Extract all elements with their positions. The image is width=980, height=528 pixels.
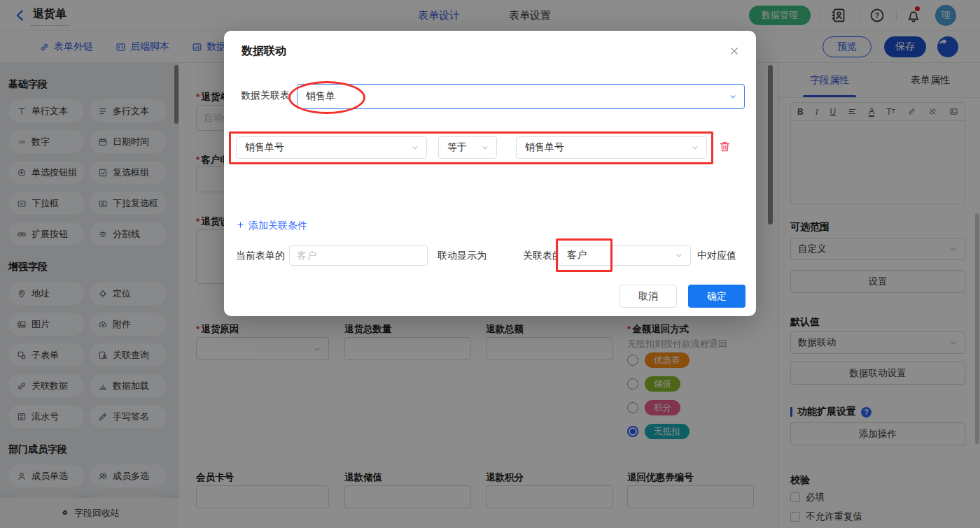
- chevron-down-icon: [410, 143, 420, 152]
- add-condition-label: 添加关联条件: [248, 220, 307, 232]
- condition-operator-value: 等于: [447, 141, 467, 154]
- plus-icon: [236, 220, 245, 231]
- display-middle-label: 联动显示为: [438, 250, 486, 262]
- modal-title: 数据联动: [241, 44, 286, 59]
- condition-operator-select[interactable]: 等于: [438, 136, 497, 159]
- display-field-input[interactable]: [289, 245, 428, 266]
- delete-condition-icon[interactable]: [718, 140, 732, 153]
- confirm-button[interactable]: 确定: [688, 285, 746, 308]
- chevron-down-icon: [674, 250, 684, 260]
- related-field-value: 客户: [567, 249, 587, 262]
- chevron-down-icon: [728, 92, 738, 101]
- data-linkage-modal: 数据联动 数据关联表 销售单 关联表字段 当前表单字段 销售单号 等于 销售单号…: [224, 31, 756, 316]
- display-prefix-label: 当前表单的: [236, 250, 285, 262]
- condition-right-value: 销售单号: [525, 141, 564, 154]
- condition-left-value: 销售单号: [245, 141, 284, 154]
- relation-table-select[interactable]: 销售单: [297, 84, 745, 109]
- chevron-down-icon: [480, 143, 490, 152]
- cancel-button[interactable]: 取消: [620, 285, 677, 308]
- condition-right-select[interactable]: 销售单号: [516, 136, 707, 159]
- related-field-select[interactable]: 客户: [558, 245, 691, 266]
- relation-table-label: 数据关联表: [241, 90, 290, 102]
- chevron-down-icon: [690, 143, 700, 152]
- add-condition-link[interactable]: 添加关联条件: [236, 220, 307, 232]
- condition-left-select[interactable]: 销售单号: [236, 136, 427, 159]
- form-designer-app: 退货单 表单设计 表单设置 数据管理 ? 理 表单外链后端脚本数据权限 预览 保…: [0, 0, 980, 528]
- close-icon[interactable]: [728, 45, 741, 57]
- of-table-label: 关联表的: [523, 250, 562, 262]
- relation-table-value: 销售单: [306, 90, 335, 103]
- display-suffix-label: 中对应值: [697, 250, 736, 262]
